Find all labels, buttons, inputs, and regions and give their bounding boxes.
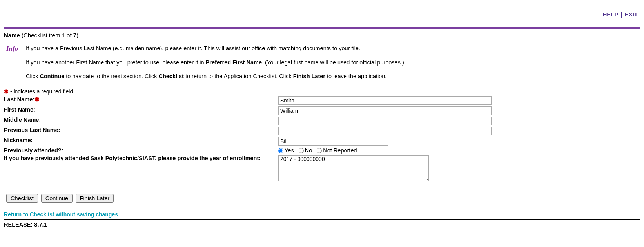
finish-later-button[interactable]: Finish Later [76, 194, 114, 203]
radio-no-text: No [305, 147, 312, 154]
label-middle-name: Middle Name: [4, 116, 278, 126]
info-block: Info If you have a Previous Last Name (e… [4, 42, 640, 87]
checklist-button[interactable]: Checklist [6, 194, 38, 203]
middle-name-input[interactable] [278, 117, 492, 125]
page-title-suffix: (Checklist item 1 of 7) [22, 32, 78, 38]
info-p3-c: to navigate to the next section. Click [64, 73, 158, 79]
name-form: Last Name:✱ First Name: Middle Name: Pre… [4, 95, 493, 183]
info-p3-d: Checklist [158, 73, 183, 79]
radio-not-reported-label[interactable]: Not Reported [317, 147, 357, 154]
page-title: Name (Checklist item 1 of 7) [4, 30, 640, 42]
row-enroll-year: If you have previously attended Sask Pol… [4, 154, 493, 183]
row-last-name: Last Name:✱ [4, 95, 493, 106]
row-middle-name: Middle Name: [4, 116, 493, 126]
radio-yes-text: Yes [285, 147, 294, 154]
radio-not-reported-text: Not Reported [323, 147, 357, 154]
radio-no-label[interactable]: No [299, 147, 312, 154]
top-nav: HELP | EXIT [4, 0, 640, 27]
header-divider [4, 27, 640, 29]
info-p3-g: to leave the application. [325, 73, 386, 79]
radio-not-reported[interactable] [317, 148, 322, 153]
info-p3-f: Finish Later [293, 73, 325, 79]
info-p2-a: If you have another First Name that you … [26, 59, 206, 66]
info-paragraph-3: Click Continue to navigate to the next s… [26, 73, 640, 81]
label-prev-attended: Previously attended?: [4, 146, 278, 154]
radio-yes-label[interactable]: Yes [278, 147, 294, 154]
help-link[interactable]: HELP [602, 11, 618, 18]
continue-button[interactable]: Continue [41, 194, 73, 203]
info-p3-b: Continue [40, 73, 64, 79]
nickname-input[interactable] [278, 137, 388, 146]
label-prev-last-name: Previous Last Name: [4, 126, 278, 136]
label-enroll-year: If you have previously attended Sask Pol… [4, 154, 278, 183]
label-last-name-text: Last Name: [4, 96, 34, 102]
prev-last-name-input[interactable] [278, 127, 492, 135]
required-star-icon: ✱ [4, 88, 9, 95]
info-p2-c: . (Your legal first name will be used fo… [262, 59, 404, 66]
return-checklist-link[interactable]: Return to Checklist without saving chang… [4, 211, 118, 218]
label-first-name: First Name: [4, 106, 278, 116]
label-last-name: Last Name:✱ [4, 95, 278, 106]
required-note-text: - indicates a required field. [9, 88, 74, 95]
enroll-year-textarea[interactable] [278, 155, 429, 181]
row-nickname: Nickname: [4, 136, 493, 146]
nav-separator: | [620, 11, 623, 18]
info-p3-a: Click [26, 73, 40, 79]
radio-no[interactable] [299, 148, 304, 153]
required-star-icon: ✱ [34, 96, 40, 102]
info-p2-b: Preferred First Name [206, 59, 262, 66]
info-p3-e: to return to the Application Checklist. … [184, 73, 293, 79]
info-icon: Info [6, 45, 24, 53]
last-name-input[interactable] [278, 96, 492, 105]
page-title-main: Name [4, 32, 20, 38]
radio-yes[interactable] [278, 148, 283, 153]
info-text: If you have a Previous Last Name (e.g. m… [26, 45, 640, 87]
release-label: RELEASE: 8.7.1 [4, 221, 640, 228]
row-prev-last-name: Previous Last Name: [4, 126, 493, 136]
button-row: Checklist Continue Finish Later [6, 194, 640, 203]
first-name-input[interactable] [278, 106, 492, 115]
required-field-note: ✱ - indicates a required field. [4, 88, 640, 95]
exit-link[interactable]: EXIT [625, 11, 638, 18]
prev-attended-radio-group: Yes No Not Reported [278, 146, 493, 154]
footer-divider [4, 219, 640, 220]
info-paragraph-2: If you have another First Name that you … [26, 59, 640, 67]
label-nickname: Nickname: [4, 136, 278, 146]
row-prev-attended: Previously attended?: Yes No Not Reporte… [4, 146, 493, 154]
info-paragraph-1: If you have a Previous Last Name (e.g. m… [26, 45, 640, 53]
row-first-name: First Name: [4, 106, 493, 116]
